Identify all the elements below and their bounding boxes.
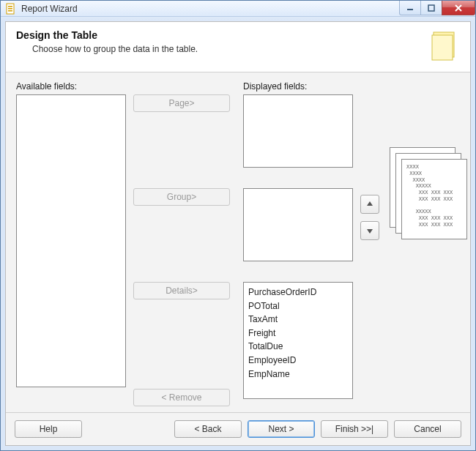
page-title: Design the Table <box>16 29 198 41</box>
preview-page: XXXX XXXX XXXX XXXXX XXX XXX XXX XXX XXX… <box>401 159 467 239</box>
svg-rect-5 <box>428 5 434 11</box>
transfer-buttons-column: Page> Group> Details> < Remove <box>133 81 236 406</box>
report-wizard-window: Report Wizard Design the Table Choose ho… <box>0 0 476 451</box>
back-button[interactable]: < Back <box>174 420 242 438</box>
details-fields-list[interactable]: PurchaseOrderID POTotal TaxAmt Freight T… <box>243 282 353 399</box>
group-button[interactable]: Group> <box>133 188 230 206</box>
preview-column: XXXX XXXX XXXX XXXXX XXX XXX XXX XXX XXX… <box>390 81 470 406</box>
window-controls <box>400 1 475 15</box>
details-button[interactable]: Details> <box>133 282 230 299</box>
move-up-button[interactable] <box>360 195 379 214</box>
page-button[interactable]: Page> <box>133 94 230 112</box>
list-item[interactable]: PurchaseOrderID <box>248 286 348 299</box>
wizard-body: Available fields: Page> Group> Details> … <box>6 72 470 412</box>
page-fields-list[interactable] <box>243 94 353 168</box>
reorder-buttons <box>360 81 382 406</box>
maximize-button[interactable] <box>420 1 442 15</box>
wizard-icon <box>428 29 460 61</box>
next-button[interactable]: Next > <box>248 420 315 438</box>
layout-preview: XXXX XXXX XXXX XXXXX XXX XXX XXX XXX XXX… <box>390 147 470 242</box>
displayed-fields-label: Displayed fields: <box>243 81 353 92</box>
svg-rect-4 <box>407 9 413 10</box>
titlebar: Report Wizard <box>1 1 475 17</box>
wizard-header: Design the Table Choose how to group the… <box>6 22 470 72</box>
group-fields-list[interactable] <box>243 188 353 261</box>
finish-button[interactable]: Finish >>| <box>321 420 388 438</box>
window-title: Report Wizard <box>21 4 78 14</box>
displayed-column: Displayed fields: PurchaseOrderID POTota… <box>243 81 353 406</box>
list-item[interactable]: EmployeeID <box>248 354 348 368</box>
client-area: Design the Table Choose how to group the… <box>5 21 471 446</box>
remove-button[interactable]: < Remove <box>133 389 230 406</box>
available-fields-list[interactable] <box>16 94 126 387</box>
help-button[interactable]: Help <box>15 420 82 438</box>
app-icon <box>5 3 17 15</box>
list-item[interactable]: Freight <box>248 327 348 340</box>
move-down-button[interactable] <box>360 221 379 240</box>
close-button[interactable] <box>442 1 475 15</box>
list-item[interactable]: EmpName <box>248 368 348 381</box>
page-subtitle: Choose how to group the data in the tabl… <box>16 44 198 54</box>
minimize-button[interactable] <box>399 1 421 15</box>
available-column: Available fields: <box>16 81 126 406</box>
svg-rect-1 <box>8 6 12 7</box>
cancel-button[interactable]: Cancel <box>394 420 461 438</box>
list-item[interactable]: TotalDue <box>248 340 348 354</box>
available-fields-label: Available fields: <box>16 81 126 92</box>
svg-rect-7 <box>432 35 453 60</box>
svg-rect-2 <box>8 8 12 10</box>
list-item[interactable]: POTotal <box>248 299 348 313</box>
svg-rect-3 <box>8 10 12 12</box>
list-item[interactable]: TaxAmt <box>248 313 348 327</box>
wizard-footer: Help < Back Next > Finish >>| Cancel <box>6 412 470 445</box>
